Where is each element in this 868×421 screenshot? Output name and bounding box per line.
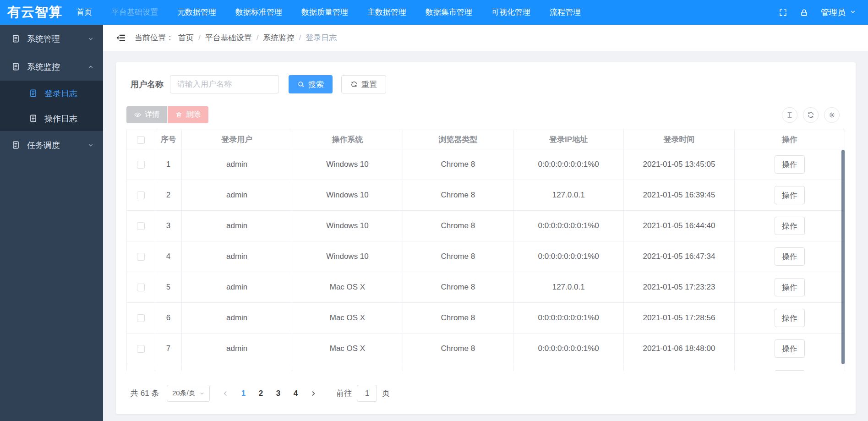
sidebar-item[interactable]: 系统管理 — [0, 25, 103, 53]
search-button-label: 搜索 — [308, 79, 324, 90]
row-checkbox[interactable] — [137, 222, 145, 230]
document-icon — [11, 141, 20, 149]
content-card: 用户名称 搜索 重置 详情 删除 — [116, 62, 856, 414]
page-size-select[interactable]: 20条/页 — [167, 385, 210, 402]
cell-no: 6 — [155, 303, 182, 334]
cell-no: 5 — [155, 272, 182, 303]
sidebar-submenu: 登录日志操作日志 — [0, 81, 103, 131]
row-checkbox[interactable] — [137, 314, 145, 322]
prev-page-button[interactable] — [222, 390, 229, 397]
row-action-button[interactable]: 操作 — [775, 186, 805, 204]
row-action-button[interactable]: 操作 — [775, 278, 805, 296]
row-action-button[interactable]: 操作 — [775, 339, 805, 358]
row-action-button[interactable]: 操作 — [775, 309, 805, 327]
cell-ip: 0:0:0:0:0:0:0:1%0 — [513, 211, 623, 241]
cell-os: Mac OS X — [292, 272, 403, 303]
select-all-checkbox[interactable] — [137, 136, 145, 144]
cell-browser: Chrome 8 — [403, 303, 513, 334]
top-nav-item[interactable]: 主数据管理 — [358, 0, 416, 25]
cell-time: 2021-01-05 16:47:34 — [624, 241, 734, 272]
reset-button[interactable]: 重置 — [341, 75, 386, 93]
cell-no: 7 — [155, 334, 182, 364]
cell-os: Mac OS X — [292, 303, 403, 334]
cell-ip: 0:0:0:0:0:0:0:1%0 — [513, 303, 623, 334]
sidebar-item-label: 系统监控 — [27, 61, 60, 72]
fold-menu-icon[interactable] — [115, 33, 126, 43]
top-nav-item[interactable]: 首页 — [67, 0, 102, 25]
refresh-button[interactable] — [803, 107, 819, 123]
row-action-button[interactable]: 操作 — [775, 247, 805, 266]
cell-no: 8 — [155, 364, 182, 372]
row-checkbox[interactable] — [137, 161, 145, 169]
row-checkbox[interactable] — [137, 191, 145, 199]
cell-no: 3 — [155, 211, 182, 241]
cell-time: 2021-01-05 16:44:40 — [624, 211, 734, 241]
sidebar-item-label: 系统管理 — [27, 33, 60, 44]
sidebar-item[interactable]: 任务调度 — [0, 131, 103, 159]
top-nav-item[interactable]: 流程管理 — [540, 0, 590, 25]
top-nav: 首页平台基础设置元数据管理数据标准管理数据质量管理主数据管理数据集市管理可视化管… — [67, 0, 590, 25]
column-header: 操作 — [734, 130, 845, 149]
refresh-icon — [807, 111, 814, 119]
top-nav-item[interactable]: 数据质量管理 — [292, 0, 358, 25]
row-checkbox[interactable] — [137, 284, 145, 291]
row-checkbox-cell — [127, 334, 155, 364]
next-page-button[interactable] — [310, 390, 317, 397]
table-row: 7adminMac OS XChrome 80:0:0:0:0:0:0:1%02… — [127, 334, 845, 364]
cell-user: admin — [182, 364, 292, 372]
cell-os: Windows 10 — [292, 211, 403, 241]
page-number[interactable]: 1 — [236, 389, 250, 398]
top-nav-item[interactable]: 数据标准管理 — [226, 0, 292, 25]
page-number[interactable]: 4 — [289, 389, 302, 398]
row-action-button[interactable]: 操作 — [775, 217, 805, 235]
cell-time: 2021-01-05 17:23:23 — [624, 272, 734, 303]
cell-ip: 0:0:0:0:0:0:0:1%0 — [513, 334, 623, 364]
table-row: 1adminWindows 10Chrome 80:0:0:0:0:0:0:1%… — [127, 149, 845, 180]
delete-button-label: 删除 — [186, 110, 201, 120]
top-nav-item[interactable]: 元数据管理 — [168, 0, 226, 25]
lock-icon[interactable] — [800, 8, 808, 17]
top-nav-item[interactable]: 平台基础设置 — [102, 0, 168, 25]
toolbar-row: 详情 删除 — [126, 106, 845, 123]
user-menu[interactable]: 管理员 — [821, 7, 856, 18]
cell-user: admin — [182, 272, 292, 303]
page-number[interactable]: 3 — [271, 389, 285, 398]
row-action-button[interactable]: 操作 — [775, 370, 805, 371]
goto-page-input[interactable] — [357, 385, 377, 402]
settings-button[interactable] — [824, 107, 840, 123]
detail-button[interactable]: 详情 — [126, 106, 167, 123]
top-nav-item[interactable]: 可视化管理 — [482, 0, 540, 25]
reset-button-label: 重置 — [361, 79, 377, 90]
table-scrollbar-thumb[interactable] — [841, 150, 845, 364]
cell-time: 2021-01-05 17:28:56 — [624, 303, 734, 334]
sidebar-subitem[interactable]: 登录日志 — [0, 81, 103, 106]
sidebar-item[interactable]: 系统监控 — [0, 53, 103, 81]
page-number[interactable]: 2 — [254, 389, 267, 398]
gear-icon — [828, 111, 835, 119]
top-nav-item[interactable]: 数据集市管理 — [416, 0, 482, 25]
cell-browser: Chrome 8 — [403, 334, 513, 364]
breadcrumb-item[interactable]: 首页 — [178, 33, 194, 43]
row-action-cell: 操作 — [734, 364, 845, 372]
eye-icon — [134, 111, 141, 118]
search-field-label: 用户名称 — [131, 79, 164, 90]
line-height-button[interactable] — [782, 107, 797, 123]
topbar: 有云智算 首页平台基础设置元数据管理数据标准管理数据质量管理主数据管理数据集市管… — [0, 0, 868, 25]
row-action-button[interactable]: 操作 — [775, 155, 805, 174]
username-input[interactable] — [170, 75, 279, 93]
delete-button[interactable]: 删除 — [168, 106, 208, 123]
row-action-cell: 操作 — [734, 241, 845, 272]
refresh-icon — [350, 81, 358, 88]
pagination: 共 61 条 20条/页 1234 前往 页 — [131, 385, 845, 402]
chevron-down-icon — [87, 36, 94, 42]
row-checkbox[interactable] — [137, 253, 145, 261]
breadcrumb-item[interactable]: 平台基础设置 — [205, 33, 252, 43]
row-checkbox[interactable] — [137, 345, 145, 353]
cell-browser: Chrome 8 — [403, 241, 513, 272]
search-button[interactable]: 搜索 — [289, 75, 333, 93]
fullscreen-icon[interactable] — [779, 8, 787, 17]
cell-os: Mac OS X — [292, 334, 403, 364]
breadcrumb-item[interactable]: 系统监控 — [263, 33, 294, 43]
sidebar-subitem[interactable]: 操作日志 — [0, 106, 103, 131]
cell-no: 2 — [155, 180, 182, 211]
